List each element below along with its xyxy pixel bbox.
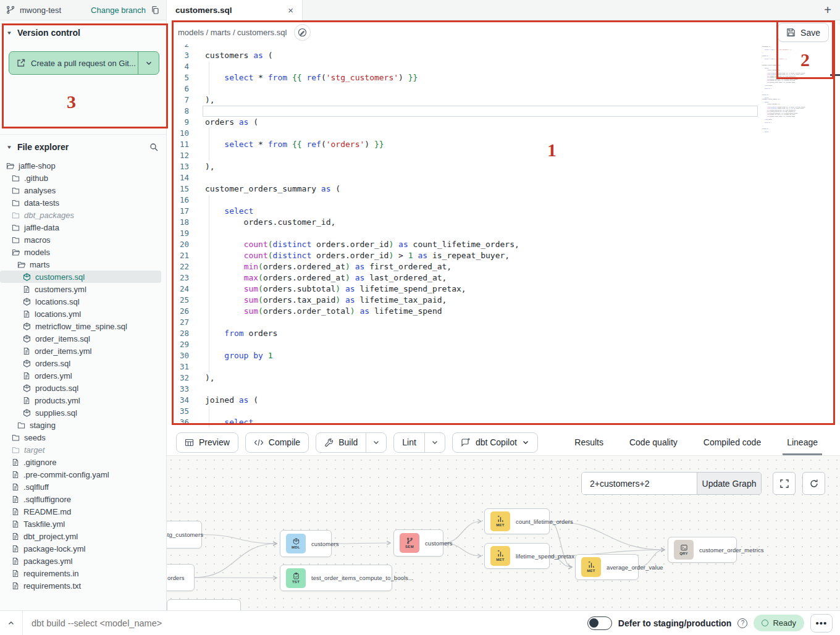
code-line-7[interactable]: 7), — [167, 95, 840, 106]
code-line-36[interactable]: 36 select — [167, 417, 840, 428]
tree-item-customers-yml[interactable]: customers.yml — [0, 283, 161, 295]
code-line-35[interactable]: 35 — [167, 406, 840, 417]
code-line-28[interactable]: 28 from orders — [167, 328, 840, 339]
code-line-24[interactable]: 24 sum(orders.subtotal) as lifetime_spen… — [167, 284, 840, 295]
code-line-4[interactable]: 4 — [167, 61, 840, 72]
search-icon[interactable] — [149, 143, 159, 152]
tab-results[interactable]: Results — [561, 429, 616, 455]
tree-item-taskfile-yml[interactable]: Taskfile.yml — [0, 518, 161, 530]
tree-item-data-tests[interactable]: data-tests — [0, 196, 161, 209]
code-line-30[interactable]: 30 group by 1 — [167, 350, 840, 361]
tab-compiled-code[interactable]: Compiled code — [691, 429, 774, 455]
lineage-node-count-lifetime-orders[interactable]: METcount_lifetime_orders — [484, 508, 550, 534]
tree-item-locations-sql[interactable]: locations.sql — [0, 295, 161, 308]
code-line-26[interactable]: 26 sum(orders.order_total) as lifetime_s… — [167, 306, 840, 317]
tab-lineage[interactable]: Lineage — [774, 429, 831, 455]
tab-close-icon[interactable]: × — [288, 5, 293, 15]
code-line-25[interactable]: 25 sum(orders.tax_paid) as lifetime_tax_… — [167, 295, 840, 306]
create-pull-request-main[interactable]: Create a pull request on Git... — [9, 52, 138, 74]
tree-item-dbt-project-yml[interactable]: dbt_project.yml — [0, 530, 161, 542]
code-line-19[interactable]: 19 — [167, 228, 840, 239]
tree-item-customers-sql[interactable]: customers.sql — [0, 271, 161, 283]
tree-item-packages-yml[interactable]: packages.yml — [0, 555, 161, 567]
code-line-15[interactable]: 15customer_orders_summary as ( — [167, 183, 840, 195]
tree-item-order-items-yml[interactable]: order_items.yml — [0, 345, 161, 357]
lineage-node-average-order-value[interactable]: METaverage_order_value — [575, 554, 639, 580]
pr-dropdown-caret[interactable] — [138, 52, 159, 74]
tree-item-models[interactable]: models — [0, 246, 161, 258]
code-line-20[interactable]: 20 count(distinct orders.order_id) as co… — [167, 239, 840, 250]
code-line-11[interactable]: 11 select * from {{ ref('orders') }} — [167, 139, 840, 150]
help-icon[interactable]: ? — [737, 618, 747, 628]
tree-item-supplies-sql[interactable]: supplies.sql — [0, 406, 161, 419]
tree-item-locations-yml[interactable]: locations.yml — [0, 308, 161, 320]
lineage-node-test-order-items-compute-to-bools-[interactable]: TSTtest_order_items_compute_to_bools... — [280, 565, 392, 591]
code-line-6[interactable]: 6 — [167, 83, 840, 95]
save-button[interactable]: Save — [778, 23, 829, 42]
code-line-22[interactable]: 22 min(orders.ordered_at) as first_order… — [167, 261, 840, 272]
code-line-5[interactable]: 5 select * from {{ ref('stg_customers') … — [167, 72, 840, 83]
code-line-9[interactable]: 9orders as ( — [167, 117, 840, 128]
version-control-header[interactable]: ▼ Version control — [0, 20, 166, 43]
minimap[interactable]: customers as ( select * from {{ ref('stg… — [760, 44, 813, 136]
tree-item-package-lock-yml[interactable]: package-lock.yml — [0, 542, 161, 555]
tab-customers-sql[interactable]: customers.sql × — [167, 0, 303, 20]
code-line-23[interactable]: 23 max(orders.ordered_at) as last_ordere… — [167, 272, 840, 284]
tree-item-products-yml[interactable]: products.yml — [0, 394, 161, 406]
lineage-node-lifetime-spend-pretax[interactable]: METlifetime_spend_pretax — [484, 543, 550, 569]
lint-dropdown-caret[interactable] — [424, 433, 445, 452]
code-line-10[interactable]: 10 — [167, 128, 840, 139]
code-line-16[interactable]: 16 — [167, 195, 840, 206]
tree-item-target[interactable]: target — [0, 444, 161, 456]
create-pull-request-button[interactable]: Create a pull request on Git... — [9, 51, 159, 75]
build-button[interactable]: Build — [316, 432, 387, 453]
lineage-node-partial[interactable] — [167, 599, 241, 610]
file-explorer-header[interactable]: ▼ File explorer — [0, 135, 166, 157]
lineage-node-orders[interactable]: MDLorders — [167, 564, 195, 591]
code-line-8[interactable]: 8 — [167, 106, 840, 117]
breadcrumb-models[interactable]: models — [178, 28, 204, 37]
lineage-node-stg-customers[interactable]: MDLstg_customers — [167, 521, 202, 549]
tab-code-quality[interactable]: Code quality — [616, 429, 691, 455]
copilot-dropdown-caret[interactable] — [522, 439, 529, 446]
code-line-2[interactable]: 2 — [167, 44, 840, 50]
copilot-edit-icon[interactable] — [294, 24, 311, 41]
tree-item--sqlfluff[interactable]: .sqlfluff — [0, 481, 161, 493]
dbt-copilot-button[interactable]: dbt Copilot — [452, 432, 538, 453]
tree-item-orders-sql[interactable]: orders.sql — [0, 357, 161, 369]
tree-item-jaffle-shop[interactable]: jaffle-shop — [0, 159, 161, 172]
code-line-34[interactable]: 34joined as ( — [167, 395, 840, 406]
tree-item-requirements-in[interactable]: requirements.in — [0, 567, 161, 579]
lineage-selector-input[interactable] — [582, 473, 697, 494]
tree-item-order-items-sql[interactable]: order_items.sql — [0, 332, 161, 345]
tree-item-dbt-packages[interactable]: dbt_packages — [0, 209, 161, 221]
fullscreen-icon[interactable] — [773, 472, 796, 495]
code-line-17[interactable]: 17 select — [167, 206, 840, 217]
code-line-27[interactable]: 27 — [167, 317, 840, 328]
tree-item-marts[interactable]: marts — [0, 258, 161, 271]
tree-item--pre-commit-config-yaml[interactable]: .pre-commit-config.yaml — [0, 468, 161, 481]
code-editor[interactable]: 23customers as (45 select * from {{ ref(… — [167, 44, 840, 429]
tree-item--github[interactable]: .github — [0, 172, 161, 184]
tree-item--sqlfluffignore[interactable]: .sqlfluffignore — [0, 493, 161, 505]
more-options-button[interactable]: ••• — [810, 614, 833, 633]
tree-item-requirements-txt[interactable]: requirements.txt — [0, 579, 161, 592]
tree-item-metricflow-time-spine-sql[interactable]: metricflow_time_spine.sql — [0, 320, 161, 332]
refresh-icon[interactable] — [802, 472, 825, 495]
code-line-33[interactable]: 33 — [167, 384, 840, 395]
code-line-18[interactable]: 18 orders.customer_id, — [167, 217, 840, 228]
lineage-node-customer-order-metrics[interactable]: QRYcustomer_order_metrics — [668, 537, 737, 563]
tree-item-jaffle-data[interactable]: jaffle-data — [0, 221, 161, 233]
change-branch-link[interactable]: Change branch — [91, 6, 146, 15]
build-dropdown-caret[interactable] — [366, 433, 386, 452]
tree-item-seeds[interactable]: seeds — [0, 431, 161, 444]
defer-toggle[interactable] — [587, 616, 612, 630]
tree-item-orders-yml[interactable]: orders.yml — [0, 369, 161, 382]
update-graph-button[interactable]: Update Graph — [697, 473, 761, 494]
code-line-13[interactable]: 13), — [167, 161, 840, 172]
collapse-panel-chevron[interactable] — [0, 620, 22, 627]
copy-docs-icon[interactable] — [151, 6, 160, 15]
code-line-29[interactable]: 29 — [167, 339, 840, 350]
lineage-node-customers[interactable]: MDLcustomers — [280, 530, 332, 557]
breadcrumb-marts[interactable]: marts — [211, 28, 231, 37]
